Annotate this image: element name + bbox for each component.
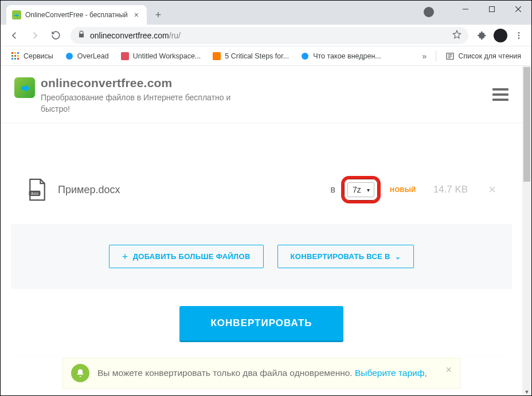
browser-menu-button[interactable] bbox=[511, 28, 527, 44]
window-minimize-button[interactable] bbox=[452, 1, 479, 18]
file-type-icon: docx bbox=[27, 178, 48, 201]
format-select[interactable]: 7z bbox=[347, 182, 374, 197]
add-more-files-button[interactable]: + ДОБАВИТЬ БОЛЬШЕ ФАЙЛОВ bbox=[109, 245, 264, 268]
convert-all-to-button[interactable]: КОНВЕРТИРОВАТЬ ВСЕ В ⌄ bbox=[277, 245, 414, 268]
nav-back-button[interactable] bbox=[5, 26, 24, 45]
window-titlebar: OnlineConvertFree - бесплатный × + bbox=[1, 1, 531, 25]
apps-label: Сервисы bbox=[24, 52, 53, 60]
lock-icon bbox=[77, 30, 85, 40]
svg-rect-15 bbox=[14, 58, 16, 60]
to-label: в bbox=[331, 185, 336, 195]
bookmark-favicon bbox=[300, 52, 310, 61]
window-close-button[interactable] bbox=[505, 1, 531, 18]
site-brand: onlineconvertfree.com bbox=[41, 76, 236, 90]
svg-rect-11 bbox=[11, 55, 13, 57]
notice-close-button[interactable]: × bbox=[445, 364, 452, 376]
profile-indicator-icon bbox=[424, 7, 434, 17]
nav-forward-button[interactable] bbox=[26, 26, 44, 45]
new-badge: НОВЫЙ bbox=[390, 186, 416, 193]
address-bar[interactable]: onlineconvertfree.com/ru/ bbox=[71, 27, 468, 44]
svg-rect-19 bbox=[213, 52, 221, 60]
bookmark-favicon bbox=[65, 52, 74, 61]
svg-rect-14 bbox=[11, 58, 13, 60]
bookmarks-bar: Сервисы OverLead Untitled Workspace... 5… bbox=[1, 46, 531, 66]
svg-rect-10 bbox=[17, 52, 19, 54]
svg-point-6 bbox=[518, 34, 520, 36]
apps-grid-icon bbox=[11, 52, 20, 61]
file-panel: docx Пример.docx в 7z ▾ НОВЫЙ 14.7 KB × bbox=[11, 155, 512, 355]
file-name: Пример.docx bbox=[58, 184, 120, 196]
bookmarks-overflow-button[interactable]: » bbox=[418, 52, 432, 61]
notice-text: Вы можете конвертировать только два файл… bbox=[97, 368, 427, 378]
scroll-thumb[interactable] bbox=[523, 67, 530, 182]
scroll-down-icon[interactable]: ▼ bbox=[522, 387, 531, 396]
new-tab-button[interactable]: + bbox=[150, 7, 166, 23]
nav-reload-button[interactable] bbox=[46, 26, 65, 45]
svg-point-17 bbox=[66, 53, 73, 60]
extensions-icon[interactable] bbox=[474, 28, 490, 44]
chevron-down-icon: ⌄ bbox=[395, 253, 401, 261]
bookmark-overlead[interactable]: OverLead bbox=[60, 49, 114, 63]
remove-file-button[interactable]: × bbox=[488, 182, 496, 197]
svg-rect-16 bbox=[17, 58, 19, 60]
format-select-highlight: 7z ▾ bbox=[341, 176, 381, 203]
site-logo-icon bbox=[14, 77, 35, 98]
tab-close-icon[interactable]: × bbox=[132, 10, 141, 19]
browser-tab[interactable]: OnlineConvertFree - бесплатный × bbox=[6, 5, 147, 25]
svg-rect-13 bbox=[17, 55, 19, 57]
convert-button[interactable]: КОНВЕРТИРОВАТЬ bbox=[179, 306, 343, 340]
window-maximize-button[interactable] bbox=[479, 1, 505, 18]
bell-icon bbox=[71, 364, 89, 382]
svg-point-20 bbox=[302, 53, 308, 60]
svg-rect-18 bbox=[121, 52, 129, 60]
svg-rect-8 bbox=[11, 52, 13, 54]
page-viewport: ▲ ▼ onlineconvertfree.com Преобразование… bbox=[1, 66, 531, 396]
file-row: docx Пример.docx в 7z ▾ НОВЫЙ 14.7 KB × bbox=[11, 155, 512, 224]
apps-shortcut[interactable]: Сервисы bbox=[6, 49, 58, 63]
svg-rect-12 bbox=[14, 55, 16, 57]
url-text: onlineconvertfree.com/ru/ bbox=[90, 31, 448, 40]
bookmark-star-icon[interactable] bbox=[452, 30, 461, 41]
browser-toolbar: onlineconvertfree.com/ru/ bbox=[1, 25, 531, 46]
site-tagline: Преобразование файлов в Интернете беспла… bbox=[41, 92, 236, 115]
bookmark-whatis[interactable]: Что такое внедрен... bbox=[296, 49, 386, 63]
vertical-scrollbar[interactable]: ▲ ▼ bbox=[522, 66, 531, 396]
choose-plan-link[interactable]: Выберите тариф bbox=[355, 368, 425, 378]
svg-point-7 bbox=[518, 37, 520, 39]
menu-hamburger-button[interactable] bbox=[492, 85, 508, 104]
limit-notice: Вы можете конвертировать только два файл… bbox=[62, 358, 460, 389]
bookmark-5critical[interactable]: 5 Critical Steps for... bbox=[208, 49, 294, 63]
reading-list-button[interactable]: Список для чтения bbox=[441, 49, 526, 63]
tab-favicon bbox=[12, 10, 21, 19]
svg-rect-2 bbox=[490, 7, 495, 12]
actions-row: + ДОБАВИТЬ БОЛЬШЕ ФАЙЛОВ КОНВЕРТИРОВАТЬ … bbox=[11, 224, 512, 289]
file-size: 14.7 KB bbox=[433, 184, 468, 195]
profile-avatar[interactable] bbox=[492, 28, 508, 44]
tab-title: OnlineConvertFree - бесплатный bbox=[25, 11, 128, 19]
reading-list-icon bbox=[445, 52, 455, 61]
bookmark-favicon bbox=[212, 52, 221, 61]
bookmark-untitled[interactable]: Untitled Workspace... bbox=[116, 49, 206, 63]
svg-text:docx: docx bbox=[31, 191, 39, 195]
bookmark-favicon bbox=[120, 52, 130, 61]
svg-rect-9 bbox=[14, 52, 16, 54]
convert-row: КОНВЕРТИРОВАТЬ bbox=[11, 289, 512, 355]
site-header: onlineconvertfree.com Преобразование фай… bbox=[1, 66, 522, 123]
svg-point-5 bbox=[518, 32, 520, 34]
